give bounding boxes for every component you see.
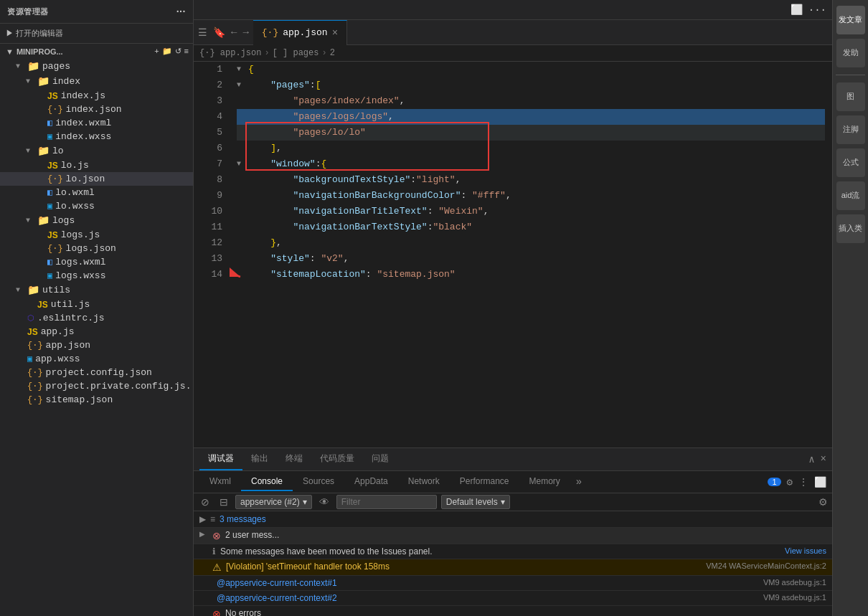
right-panel-item-2[interactable]: 发助: [836, 39, 865, 67]
tree-index-json[interactable]: {·} index.json: [0, 103, 193, 116]
devtools-tab-sources[interactable]: Sources: [293, 473, 344, 491]
logs-js-label: logs.js: [61, 229, 100, 240]
lo-js-label: lo.js: [61, 160, 89, 171]
tree-project-config[interactable]: {·} project.config.json: [0, 366, 193, 379]
mp-refresh-icon[interactable]: ↺: [175, 47, 181, 56]
tree-index-js[interactable]: JS index.js: [0, 89, 193, 103]
devtools-tab-network[interactable]: Network: [398, 473, 450, 491]
right-panel-item-3[interactable]: 图: [836, 82, 865, 111]
console-filter-btn[interactable]: ⊟: [217, 495, 231, 509]
tree-index-wxml[interactable]: ◧ index.wxml: [0, 116, 193, 130]
msg3-text[interactable]: @appservice-current-context#2: [217, 593, 759, 603]
tree-logs-wxml[interactable]: ◧ logs.wxml: [0, 255, 193, 269]
tree-lo-folder[interactable]: ▼ 📁 lo: [0, 143, 193, 158]
devtools-more-icon[interactable]: »: [570, 473, 588, 491]
tree-eslintrc[interactable]: ⬡ .eslintrc.js: [0, 311, 193, 325]
tab-debugger[interactable]: 调试器: [199, 448, 242, 470]
window-icon-2[interactable]: ···: [808, 4, 826, 16]
tree-utils-folder[interactable]: ▼ 📁 utils: [0, 283, 193, 298]
app-json-icon: {·}: [27, 341, 43, 351]
tree-pages-folder[interactable]: ▼ 📁 pages: [0, 59, 193, 74]
panel-collapse-icon[interactable]: ∧: [808, 453, 814, 465]
tab-code-quality[interactable]: 代码质量: [311, 448, 363, 470]
sidebar-more-icon[interactable]: ···: [176, 6, 186, 17]
tree-index-wxss[interactable]: ▣ index.wxss: [0, 130, 193, 143]
code-area[interactable]: ▼ { ▼ "pages":[ "pages/index/index",: [230, 62, 832, 447]
msg2-src[interactable]: VM9 asdebug.js:1: [763, 578, 826, 587]
eye-button[interactable]: 👁: [316, 495, 332, 509]
msg2-text[interactable]: @appservice-current-context#1: [217, 578, 759, 588]
tree-project-private[interactable]: {·} project.private.config.js...: [0, 379, 193, 393]
fold-2[interactable]: ▼: [237, 77, 245, 93]
msg3-src[interactable]: VM9 asdebug.js:1: [763, 593, 826, 602]
tab-app-json[interactable]: {·} app.json ×: [253, 20, 347, 45]
user-msg-expand[interactable]: ▶: [199, 530, 208, 538]
devtools-tab-memory[interactable]: Memory: [519, 473, 570, 491]
view-issues-link[interactable]: View issues: [785, 546, 826, 555]
devtools-expand-icon[interactable]: ⬜: [814, 476, 826, 488]
bookmark-icon[interactable]: 🔖: [212, 25, 227, 40]
default-levels-selector[interactable]: Default levels ▾: [441, 495, 510, 509]
panel-close-icon[interactable]: ×: [821, 453, 826, 465]
miniprogram-header[interactable]: ▼ MINIPROG... + 📁 ↺ ≡: [0, 44, 193, 59]
tree-logs-json[interactable]: {·} logs.json: [0, 242, 193, 255]
devtools-settings-icon[interactable]: ⚙: [787, 476, 793, 488]
breadcrumb-3[interactable]: 2: [330, 48, 335, 58]
console-settings-btn[interactable]: ⚙: [819, 496, 828, 508]
tree-app-json[interactable]: {·} app.json: [0, 338, 193, 352]
lo-folder-icon: 📁: [37, 145, 49, 157]
tab-bar: ☰ 🔖 ← → {·} app.json ×: [194, 20, 832, 45]
right-panel-item-7[interactable]: 插入类: [836, 214, 865, 243]
right-panel: 发文章 发助 图 注脚 公式 aid流 插入类: [832, 0, 868, 616]
hamburger-icon[interactable]: ☰: [197, 25, 209, 40]
window-icon-1[interactable]: ⬜: [791, 4, 803, 16]
tree-lo-js[interactable]: JS lo.js: [0, 158, 193, 172]
lo-wxml-icon: ◧: [47, 187, 52, 198]
forward-icon[interactable]: →: [241, 25, 250, 39]
tree-logs-js[interactable]: JS logs.js: [0, 228, 193, 242]
sitemap-label: sitemap.json: [46, 394, 113, 405]
fold-1[interactable]: ▼: [237, 62, 245, 77]
tree-logs-folder[interactable]: ▼ 📁 logs: [0, 213, 193, 228]
code-line-7: ▼ "window":{: [237, 156, 825, 172]
devtools-tab-appdata[interactable]: AppData: [344, 473, 398, 491]
right-panel-item-1[interactable]: 发文章: [836, 6, 865, 34]
tree-lo-wxml[interactable]: ◧ lo.wxml: [0, 186, 193, 199]
tree-sitemap[interactable]: {·} sitemap.json: [0, 393, 193, 407]
context-selector[interactable]: appservice (#2) ▾: [235, 495, 312, 509]
fold-7[interactable]: ▼: [237, 156, 245, 172]
right-panel-item-6[interactable]: aid流: [836, 181, 865, 210]
open-editors-header[interactable]: ▶ 打开的编辑器: [0, 25, 193, 42]
msg-expand-icon[interactable]: ▶: [199, 514, 206, 524]
right-panel-item-4[interactable]: 注脚: [836, 115, 865, 144]
tree-app-js[interactable]: JS app.js: [0, 325, 193, 338]
breadcrumb-1[interactable]: {·} app.json: [199, 48, 261, 58]
lo-chevron: ▼: [26, 147, 34, 155]
tab-terminal[interactable]: 终端: [277, 448, 311, 470]
msg1-src[interactable]: VM24 WAServiceMainContext.js:2: [706, 561, 826, 570]
console-clear-btn[interactable]: ⊘: [198, 495, 212, 509]
tree-lo-wxss[interactable]: ▣ lo.wxss: [0, 199, 193, 213]
filter-input[interactable]: [336, 495, 437, 509]
tree-lo-json[interactable]: {·} lo.json: [0, 172, 193, 186]
tree-logs-wxss[interactable]: ▣ logs.wxss: [0, 269, 193, 283]
devtools-tab-console[interactable]: Console: [241, 473, 293, 491]
tab-problems[interactable]: 问题: [363, 448, 397, 470]
mp-newfolder-icon[interactable]: 📁: [162, 47, 172, 56]
breadcrumb-2[interactable]: [ ] pages: [273, 48, 319, 58]
back-icon[interactable]: ←: [230, 25, 238, 39]
msg-list-icon: ≡: [210, 514, 215, 524]
devtools-menu-icon[interactable]: ⋮: [798, 476, 808, 488]
tab-output[interactable]: 输出: [242, 448, 277, 470]
tree-index-folder[interactable]: ▼ 📁 index: [0, 74, 193, 89]
devtools-tab-performance[interactable]: Performance: [450, 473, 519, 491]
mp-collapse-icon[interactable]: ≡: [184, 47, 189, 56]
devtools-tab-wxml[interactable]: Wxml: [199, 473, 241, 491]
tree-util-js[interactable]: JS util.js: [0, 298, 193, 311]
tree-app-wxss[interactable]: ▣ app.wxss: [0, 352, 193, 366]
mp-add-icon[interactable]: +: [154, 47, 159, 56]
right-panel-item-5[interactable]: 公式: [836, 148, 865, 177]
code-line-10: "navigationBarTitleText": "Weixin",: [237, 204, 825, 219]
tab-close-button[interactable]: ×: [332, 27, 338, 39]
app-wxss-label: app.wxss: [35, 354, 80, 364]
